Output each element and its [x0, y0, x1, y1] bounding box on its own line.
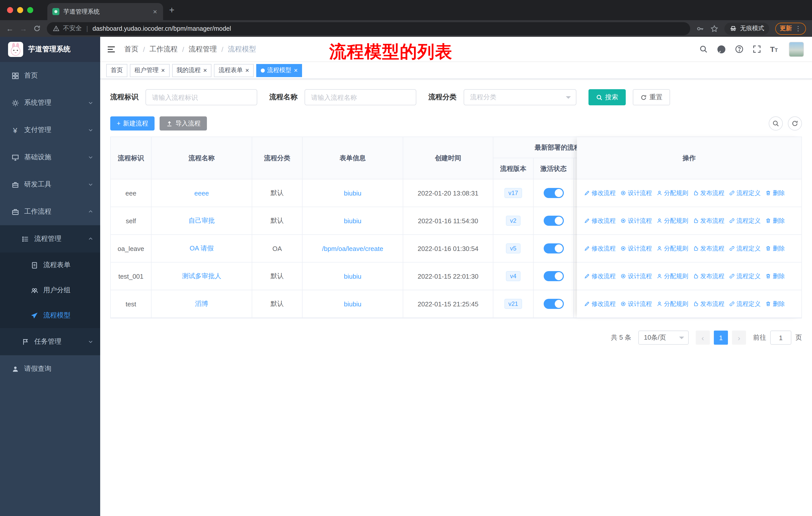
- breadcrumb-item[interactable]: 流程管理: [189, 45, 217, 54]
- action-design-link[interactable]: 设计流程: [620, 216, 652, 225]
- form-info-link[interactable]: biubiu: [344, 189, 361, 197]
- action-publish-link[interactable]: 发布流程: [693, 189, 724, 197]
- sidebar-item-process-form[interactable]: 流程表单: [0, 252, 100, 278]
- action-publish-link[interactable]: 发布流程: [693, 272, 724, 280]
- action-delete-link[interactable]: 删除: [765, 272, 785, 280]
- next-page-button[interactable]: ›: [732, 331, 746, 345]
- action-design-link[interactable]: 设计流程: [620, 272, 652, 280]
- sidebar-item-payment[interactable]: ¥ 支付管理: [0, 116, 100, 144]
- sidebar-item-task-mgmt[interactable]: 任务管理: [0, 328, 100, 355]
- action-delete-link[interactable]: 删除: [765, 189, 785, 197]
- form-info-link[interactable]: biubiu: [344, 272, 361, 280]
- action-assign-rule-link[interactable]: 分配规则: [657, 216, 688, 225]
- category-select[interactable]: 流程分类: [464, 89, 576, 105]
- tag-close-icon[interactable]: ×: [161, 67, 165, 74]
- action-definition-link[interactable]: 流程定义: [729, 216, 761, 225]
- active-toggle[interactable]: [544, 216, 563, 226]
- window-minimize-button[interactable]: [17, 7, 23, 13]
- process-name-link[interactable]: 测试多审批人: [182, 272, 221, 281]
- font-size-icon[interactable]: TT: [770, 45, 778, 53]
- tab-close-icon[interactable]: ×: [152, 7, 158, 16]
- search-icon[interactable]: [699, 45, 707, 53]
- action-edit-link[interactable]: 修改流程: [584, 300, 616, 308]
- browser-update-button[interactable]: 更新 ⋮: [775, 22, 806, 34]
- sidebar-item-process-mgmt[interactable]: 流程管理: [0, 225, 100, 252]
- process-name-link[interactable]: 滔博: [195, 299, 208, 308]
- action-design-link[interactable]: 设计流程: [620, 300, 652, 308]
- action-delete-link[interactable]: 删除: [765, 300, 785, 308]
- bookmark-star-icon[interactable]: [710, 24, 718, 32]
- sidebar-item-infra[interactable]: 基础设施: [0, 144, 100, 171]
- sidebar-item-system[interactable]: 系统管理: [0, 89, 100, 116]
- avatar[interactable]: [789, 42, 804, 57]
- tag-close-icon[interactable]: ×: [203, 67, 207, 74]
- sidebar-item-process-model[interactable]: 流程模型: [0, 303, 100, 328]
- action-publish-link[interactable]: 发布流程: [693, 216, 724, 225]
- toggle-search-button[interactable]: [769, 116, 783, 131]
- page-tag[interactable]: 流程模型 ×: [256, 64, 302, 77]
- github-icon[interactable]: [717, 45, 726, 54]
- window-zoom-button[interactable]: [27, 7, 33, 13]
- sidebar-item-leave-query[interactable]: 请假查询: [0, 355, 100, 382]
- action-delete-link[interactable]: 删除: [765, 216, 785, 225]
- breadcrumb-item[interactable]: 首页: [124, 45, 139, 54]
- action-assign-rule-link[interactable]: 分配规则: [657, 272, 688, 280]
- form-info-link[interactable]: /bpm/oa/leave/create: [322, 245, 383, 252]
- action-publish-link[interactable]: 发布流程: [693, 300, 724, 308]
- action-delete-link[interactable]: 删除: [765, 244, 785, 253]
- active-toggle[interactable]: [544, 243, 563, 253]
- action-assign-rule-link[interactable]: 分配规则: [657, 300, 688, 308]
- create-process-button[interactable]: + 新建流程: [110, 116, 155, 131]
- import-process-button[interactable]: 导入流程: [160, 116, 207, 131]
- page-tag[interactable]: 流程表单 ×: [214, 64, 254, 77]
- action-edit-link[interactable]: 修改流程: [584, 189, 616, 197]
- action-design-link[interactable]: 设计流程: [620, 189, 652, 197]
- reload-icon[interactable]: [33, 25, 41, 32]
- process-name-link[interactable]: OA 请假: [190, 244, 213, 253]
- action-assign-rule-link[interactable]: 分配规则: [657, 189, 688, 197]
- action-publish-link[interactable]: 发布流程: [693, 244, 724, 253]
- action-definition-link[interactable]: 流程定义: [729, 189, 761, 197]
- browser-menu-icon[interactable]: ⋮: [795, 25, 802, 32]
- tag-close-icon[interactable]: ×: [245, 67, 249, 74]
- search-button[interactable]: 搜索: [588, 89, 626, 105]
- breadcrumb-item[interactable]: 工作流程: [149, 45, 178, 54]
- sidebar-item-workflow[interactable]: 工作流程: [0, 198, 100, 225]
- browser-tab[interactable]: 芋道管理系统 ×: [47, 3, 163, 20]
- action-definition-link[interactable]: 流程定义: [729, 272, 761, 280]
- form-info-link[interactable]: biubiu: [344, 217, 361, 224]
- process-key-input[interactable]: [145, 89, 257, 105]
- active-toggle[interactable]: [544, 299, 563, 309]
- action-edit-link[interactable]: 修改流程: [584, 272, 616, 280]
- hamburger-icon[interactable]: [106, 44, 116, 54]
- sidebar-item-user-group[interactable]: 用户分组: [0, 278, 100, 303]
- refresh-table-button[interactable]: [788, 116, 802, 131]
- action-design-link[interactable]: 设计流程: [620, 244, 652, 253]
- sidebar-item-home[interactable]: 首页: [0, 62, 100, 89]
- process-name-link[interactable]: 自己审批: [188, 216, 215, 225]
- action-edit-link[interactable]: 修改流程: [584, 244, 616, 253]
- fullscreen-icon[interactable]: [752, 45, 761, 53]
- form-info-link[interactable]: biubiu: [344, 300, 361, 308]
- page-number-button[interactable]: 1: [714, 331, 728, 345]
- page-tag[interactable]: 首页: [106, 64, 127, 77]
- process-name-link[interactable]: eeee: [194, 189, 209, 197]
- page-size-select[interactable]: 10条/页: [638, 331, 689, 345]
- page-tag[interactable]: 租户管理 ×: [130, 64, 169, 77]
- action-assign-rule-link[interactable]: 分配规则: [657, 244, 688, 253]
- password-key-icon[interactable]: [696, 24, 704, 32]
- reset-button[interactable]: 重置: [633, 89, 670, 105]
- sidebar-item-devtools[interactable]: 研发工具: [0, 171, 100, 198]
- back-icon[interactable]: ←: [6, 25, 13, 32]
- action-definition-link[interactable]: 流程定义: [729, 300, 761, 308]
- url-field[interactable]: 不安全 | dashboard.yudao.iocoder.cn/bpm/man…: [47, 22, 690, 35]
- active-toggle[interactable]: [544, 271, 563, 281]
- new-tab-button[interactable]: +: [169, 5, 174, 16]
- goto-page-input[interactable]: [770, 331, 791, 345]
- tag-close-icon[interactable]: ×: [294, 67, 298, 74]
- action-definition-link[interactable]: 流程定义: [729, 244, 761, 253]
- forward-icon[interactable]: →: [20, 25, 27, 32]
- window-close-button[interactable]: [7, 7, 13, 13]
- page-tag[interactable]: 我的流程 ×: [172, 64, 211, 77]
- active-toggle[interactable]: [544, 188, 563, 198]
